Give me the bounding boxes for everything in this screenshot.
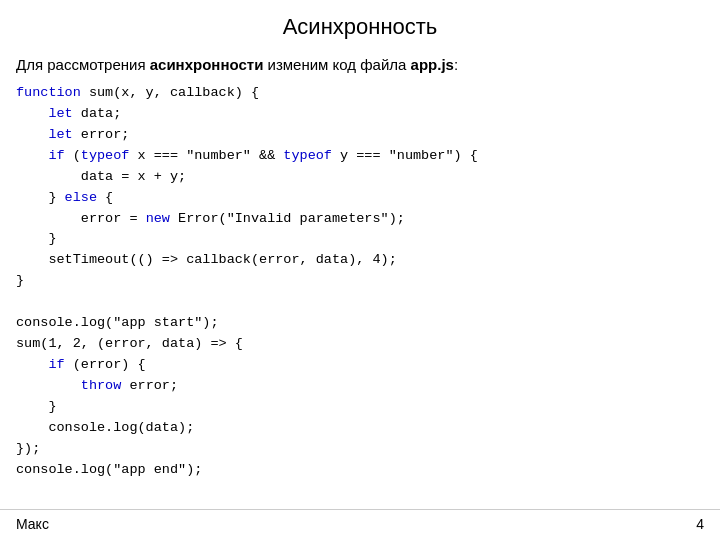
intro-prefix: Для рассмотрения — [16, 56, 150, 73]
intro-bold1: асинхронности — [150, 56, 264, 73]
footer: Макс 4 — [0, 509, 720, 540]
slide: Асинхронность Для рассмотрения асинхронн… — [0, 0, 720, 540]
intro-suffix: : — [454, 56, 458, 73]
footer-author: Макс — [16, 516, 49, 532]
intro-paragraph: Для рассмотрения асинхронности изменим к… — [16, 54, 704, 75]
intro-middle: изменим код файла — [263, 56, 410, 73]
footer-page: 4 — [696, 516, 704, 532]
code-block: function sum(x, y, callback) { let data;… — [16, 83, 704, 481]
slide-title: Асинхронность — [0, 0, 720, 50]
intro-bold2: app.js — [411, 56, 454, 73]
slide-content: Для рассмотрения асинхронности изменим к… — [0, 50, 720, 509]
